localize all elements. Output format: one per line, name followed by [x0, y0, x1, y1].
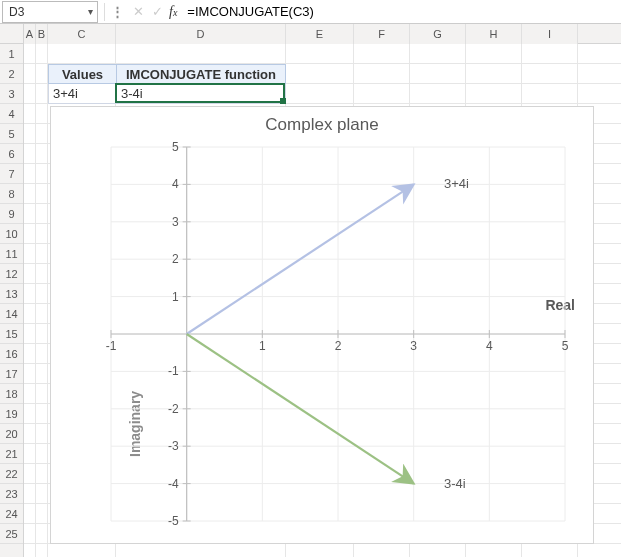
- fx-icon[interactable]: fx: [167, 4, 183, 20]
- table-header-values: Values: [48, 64, 116, 84]
- svg-text:2: 2: [172, 252, 179, 266]
- row-headers: 1234567891011121314151617181920212223242…: [0, 24, 24, 557]
- select-all-corner[interactable]: [0, 24, 23, 44]
- svg-text:5: 5: [172, 140, 179, 154]
- col-header[interactable]: B: [36, 24, 48, 44]
- row-header[interactable]: 23: [0, 484, 23, 504]
- more-icon[interactable]: ⋮: [107, 4, 129, 19]
- svg-text:-5: -5: [168, 514, 179, 528]
- col-header[interactable]: H: [466, 24, 522, 44]
- row-header[interactable]: 20: [0, 424, 23, 444]
- col-header[interactable]: I: [522, 24, 578, 44]
- row-header[interactable]: 9: [0, 204, 23, 224]
- row-header[interactable]: 19: [0, 404, 23, 424]
- row-header[interactable]: 15: [0, 324, 23, 344]
- row-header[interactable]: 10: [0, 224, 23, 244]
- separator: [104, 3, 105, 21]
- row-header[interactable]: 25: [0, 524, 23, 544]
- cells-area[interactable]: ABCDEFGHI ValuesIMCONJUGATE function3+4i…: [24, 24, 621, 557]
- row-header[interactable]: 3: [0, 84, 23, 104]
- row-header[interactable]: 22: [0, 464, 23, 484]
- column-headers: ABCDEFGHI: [24, 24, 621, 44]
- cell-result[interactable]: 3-4i: [116, 84, 286, 104]
- col-header[interactable]: D: [116, 24, 286, 44]
- col-header[interactable]: A: [24, 24, 36, 44]
- cell-input[interactable]: 3+4i: [48, 84, 116, 104]
- table-header-func: IMCONJUGATE function: [116, 64, 286, 84]
- row-header[interactable]: 24: [0, 504, 23, 524]
- row-header[interactable]: 16: [0, 344, 23, 364]
- svg-text:1: 1: [259, 339, 266, 353]
- chevron-down-icon[interactable]: ▾: [88, 6, 93, 17]
- col-header[interactable]: F: [354, 24, 410, 44]
- svg-text:1: 1: [172, 290, 179, 304]
- spreadsheet-grid: 1234567891011121314151617181920212223242…: [0, 24, 621, 557]
- formula-input[interactable]: [183, 1, 621, 23]
- name-box-value: D3: [9, 5, 24, 19]
- row-header[interactable]: 2: [0, 64, 23, 84]
- col-header[interactable]: C: [48, 24, 116, 44]
- svg-text:-3: -3: [168, 439, 179, 453]
- col-header[interactable]: E: [286, 24, 354, 44]
- accept-icon[interactable]: ✓: [148, 4, 167, 19]
- row-header[interactable]: 4: [0, 104, 23, 124]
- row-header[interactable]: 14: [0, 304, 23, 324]
- row-header[interactable]: 1: [0, 44, 23, 64]
- svg-text:2: 2: [335, 339, 342, 353]
- svg-text:4: 4: [486, 339, 493, 353]
- formula-bar: D3 ▾ ⋮ ✕ ✓ fx: [0, 0, 621, 24]
- row-header[interactable]: 5: [0, 124, 23, 144]
- gridline: [35, 44, 36, 557]
- svg-text:-4: -4: [168, 477, 179, 491]
- chart-plot: -112345-5-4-3-2-1123453+4i3-4i: [51, 107, 595, 545]
- svg-text:-1: -1: [106, 339, 117, 353]
- vector-label: 3+4i: [444, 176, 469, 191]
- svg-text:4: 4: [172, 177, 179, 191]
- chart[interactable]: Complex plane Real Imaginary -112345-5-4…: [50, 106, 594, 544]
- svg-text:-1: -1: [168, 364, 179, 378]
- col-header[interactable]: G: [410, 24, 466, 44]
- row-header[interactable]: 18: [0, 384, 23, 404]
- row-header[interactable]: 6: [0, 144, 23, 164]
- svg-text:5: 5: [562, 339, 569, 353]
- row-header[interactable]: 11: [0, 244, 23, 264]
- row-header[interactable]: 13: [0, 284, 23, 304]
- name-box[interactable]: D3 ▾: [2, 1, 98, 23]
- gridline: [47, 44, 48, 557]
- svg-text:-2: -2: [168, 402, 179, 416]
- vector-label: 3-4i: [444, 476, 466, 491]
- row-header[interactable]: 7: [0, 164, 23, 184]
- row-header[interactable]: 21: [0, 444, 23, 464]
- row-header[interactable]: 12: [0, 264, 23, 284]
- svg-text:3: 3: [172, 215, 179, 229]
- row-header[interactable]: 8: [0, 184, 23, 204]
- row-header[interactable]: 17: [0, 364, 23, 384]
- svg-text:3: 3: [410, 339, 417, 353]
- cancel-icon[interactable]: ✕: [129, 4, 148, 19]
